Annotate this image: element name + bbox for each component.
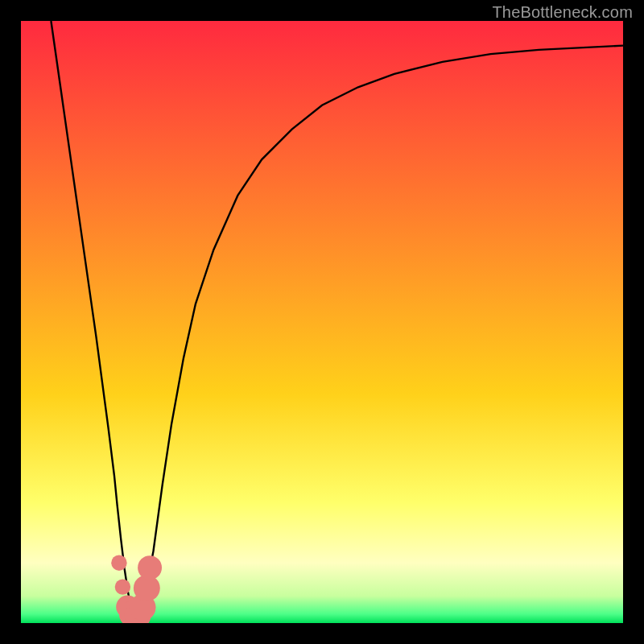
bottleneck-chart [21,21,623,623]
chart-frame: TheBottleneck.com [0,0,644,644]
watermark-text: TheBottleneck.com [492,3,633,22]
marker-dot [111,555,126,570]
marker-dot [115,579,130,594]
marker-dot [138,555,162,580]
gradient-background [21,21,623,623]
